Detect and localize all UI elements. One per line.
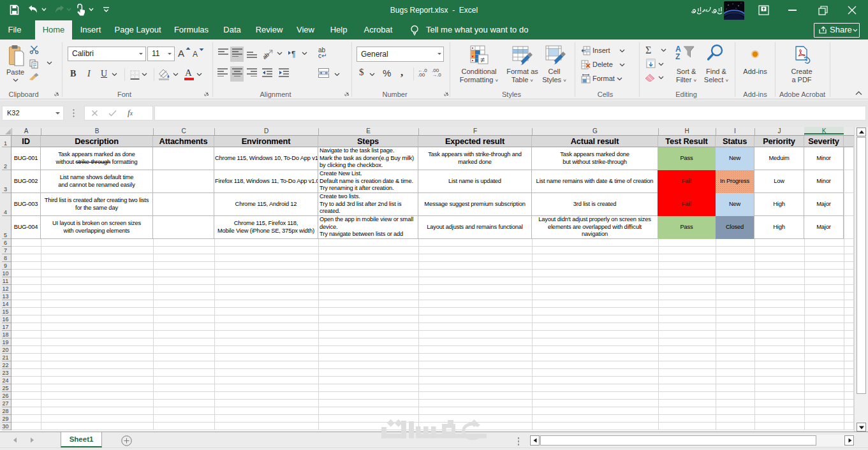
svg-text:ab: ab	[263, 51, 270, 59]
svg-text:Z: Z	[675, 52, 680, 60]
svg-text:¶: ¶	[291, 50, 295, 58]
svg-text:≠: ≠	[481, 55, 485, 64]
